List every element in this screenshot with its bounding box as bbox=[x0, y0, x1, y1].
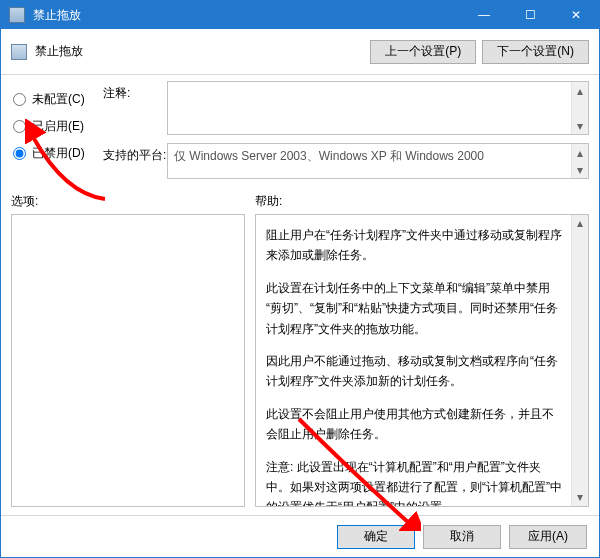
help-paragraph: 此设置不会阻止用户使用其他方式创建新任务，并且不会阻止用户删除任务。 bbox=[266, 404, 564, 445]
minimize-button[interactable]: — bbox=[461, 1, 507, 29]
help-label: 帮助: bbox=[255, 193, 282, 210]
scroll-up-icon[interactable]: ▴ bbox=[572, 82, 588, 99]
options-panel bbox=[11, 214, 245, 507]
body: 未配置(C) 已启用(E) 已禁用(D) 注释: ▴ bbox=[1, 75, 599, 515]
previous-setting-button[interactable]: 上一个设置(P) bbox=[370, 40, 476, 64]
radio-not-configured-label: 未配置(C) bbox=[32, 91, 85, 108]
maximize-button[interactable]: ☐ bbox=[507, 1, 553, 29]
radio-enabled-input[interactable] bbox=[13, 120, 26, 133]
policy-caption: 禁止拖放 bbox=[35, 43, 83, 60]
supported-platforms-box: 仅 Windows Server 2003、Windows XP 和 Windo… bbox=[167, 143, 589, 179]
comment-label: 注释: bbox=[103, 81, 167, 135]
ok-button[interactable]: 确定 bbox=[337, 525, 415, 549]
policy-dialog: 禁止拖放 — ☐ ✕ 禁止拖放 上一个设置(P) 下一个设置(N) 未配置(C)… bbox=[0, 0, 600, 558]
policy-icon bbox=[11, 44, 27, 60]
platform-scrollbar[interactable]: ▴ ▾ bbox=[571, 144, 588, 178]
apply-button[interactable]: 应用(A) bbox=[509, 525, 587, 549]
scroll-down-icon[interactable]: ▾ bbox=[572, 489, 588, 506]
radio-not-configured[interactable]: 未配置(C) bbox=[11, 91, 103, 108]
scroll-up-icon[interactable]: ▴ bbox=[572, 215, 588, 232]
scroll-down-icon[interactable]: ▾ bbox=[572, 161, 588, 178]
help-paragraph: 注意: 此设置出现在“计算机配置”和“用户配置”文件夹中。如果对这两项设置都进行… bbox=[266, 457, 564, 507]
radio-disabled[interactable]: 已禁用(D) bbox=[11, 145, 103, 162]
scroll-up-icon[interactable]: ▴ bbox=[572, 144, 588, 161]
radio-disabled-input[interactable] bbox=[13, 147, 26, 160]
scroll-down-icon[interactable]: ▾ bbox=[572, 117, 588, 134]
titlebar: 禁止拖放 — ☐ ✕ bbox=[1, 1, 599, 29]
window-title: 禁止拖放 bbox=[33, 7, 461, 24]
state-radio-group: 未配置(C) 已启用(E) 已禁用(D) bbox=[11, 81, 103, 187]
radio-disabled-label: 已禁用(D) bbox=[32, 145, 85, 162]
options-label: 选项: bbox=[11, 193, 255, 210]
close-button[interactable]: ✕ bbox=[553, 1, 599, 29]
radio-enabled[interactable]: 已启用(E) bbox=[11, 118, 103, 135]
cancel-button[interactable]: 取消 bbox=[423, 525, 501, 549]
toolbar: 禁止拖放 上一个设置(P) 下一个设置(N) bbox=[1, 29, 599, 75]
next-setting-button[interactable]: 下一个设置(N) bbox=[482, 40, 589, 64]
supported-platforms-value: 仅 Windows Server 2003、Windows XP 和 Windo… bbox=[174, 149, 484, 163]
comment-scrollbar[interactable]: ▴ ▾ bbox=[571, 82, 588, 134]
help-scrollbar[interactable]: ▴ ▾ bbox=[571, 215, 588, 506]
app-icon bbox=[9, 7, 25, 23]
help-paragraph: 因此用户不能通过拖动、移动或复制文档或程序向“任务计划程序”文件夹添加新的计划任… bbox=[266, 351, 564, 392]
comment-textarea[interactable]: ▴ ▾ bbox=[167, 81, 589, 135]
help-paragraph: 阻止用户在“任务计划程序”文件夹中通过移动或复制程序来添加或删除任务。 bbox=[266, 225, 564, 266]
radio-not-configured-input[interactable] bbox=[13, 93, 26, 106]
platform-label: 支持的平台: bbox=[103, 143, 167, 179]
footer: 确定 取消 应用(A) bbox=[1, 515, 599, 557]
help-panel: 阻止用户在“任务计划程序”文件夹中通过移动或复制程序来添加或删除任务。 此设置在… bbox=[255, 214, 589, 507]
radio-enabled-label: 已启用(E) bbox=[32, 118, 84, 135]
help-paragraph: 此设置在计划任务中的上下文菜单和“编辑”菜单中禁用“剪切”、“复制”和“粘贴”快… bbox=[266, 278, 564, 339]
